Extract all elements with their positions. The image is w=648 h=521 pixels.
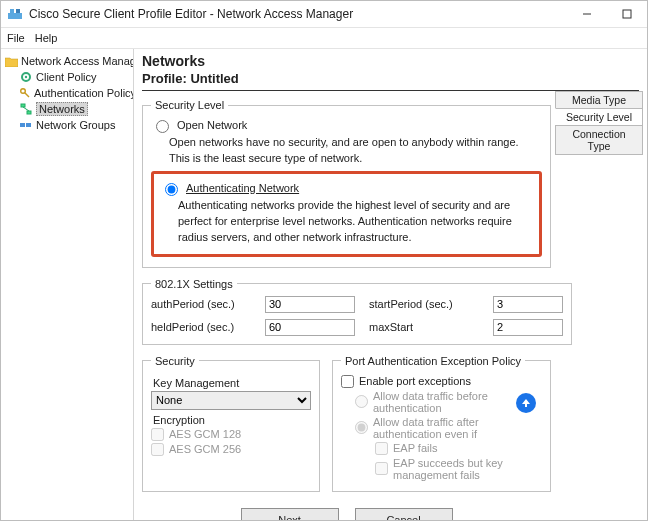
menubar: File Help <box>1 28 647 49</box>
menu-help[interactable]: Help <box>35 32 58 44</box>
tree-root[interactable]: Network Access Manager <box>3 53 133 69</box>
authperiod-input[interactable] <box>265 296 355 313</box>
maximize-button[interactable] <box>607 1 647 27</box>
keymgmt-select[interactable]: None <box>151 391 311 410</box>
security-level-group: Security Level Open Network Open network… <box>142 99 551 268</box>
next-button[interactable]: Next <box>241 508 339 520</box>
tab-media-type[interactable]: Media Type <box>555 91 643 109</box>
key-icon <box>19 86 31 100</box>
svg-rect-4 <box>623 10 631 18</box>
enc-opt-0[interactable]: AES GCM 128 <box>151 428 311 441</box>
encryption-label: Encryption <box>153 414 311 426</box>
tab-connection-type[interactable]: Connection Type <box>555 125 643 155</box>
open-network-label: Open Network <box>177 119 247 131</box>
tree-item-client-policy[interactable]: Client Policy <box>3 69 133 85</box>
eap-succeeds: EAP succeeds but key management fails <box>375 457 542 481</box>
auth-network-label: Authenticating Network <box>186 182 299 194</box>
window-title: Cisco Secure Client Profile Editor - Net… <box>29 7 567 21</box>
heldperiod-label: heldPeriod (sec.) <box>151 321 251 333</box>
window: Cisco Secure Client Profile Editor - Net… <box>0 0 648 521</box>
app-icon <box>7 6 23 22</box>
svg-line-8 <box>25 93 30 98</box>
startperiod-input[interactable] <box>493 296 563 313</box>
tree-item-network-groups[interactable]: Network Groups <box>3 117 133 133</box>
open-network-desc: Open networks have no security, and are … <box>169 135 542 167</box>
network-icon <box>19 102 33 116</box>
svg-rect-13 <box>26 123 31 127</box>
tab-security-level[interactable]: Security Level <box>555 108 643 126</box>
allow-before-auth: Allow data traffic before authentication <box>355 390 542 414</box>
security-level-legend: Security Level <box>151 99 228 111</box>
side-tabs: Media Type Security Level Connection Typ… <box>555 91 643 154</box>
allow-before-auth-radio <box>355 395 368 408</box>
footer-buttons: Next Cancel <box>142 502 551 520</box>
eap-fails: EAP fails <box>375 442 542 455</box>
svg-line-11 <box>23 107 29 111</box>
gear-icon <box>19 70 33 84</box>
maxstart-label: maxStart <box>369 321 479 333</box>
dot1x-legend: 802.1X Settings <box>151 278 237 290</box>
open-network-radio[interactable] <box>156 120 169 133</box>
enc-opt-1[interactable]: AES GCM 256 <box>151 443 311 456</box>
titlebar: Cisco Secure Client Profile Editor - Net… <box>1 1 647 28</box>
port-policy-group: Port Authentication Exception Policy Ena… <box>332 355 551 492</box>
eap-fails-checkbox <box>375 442 388 455</box>
content-pane: Networks Profile: Untitled Media Type Se… <box>134 49 647 520</box>
authperiod-label: authPeriod (sec.) <box>151 298 251 310</box>
enc-opt-0-checkbox[interactable] <box>151 428 164 441</box>
svg-point-6 <box>25 76 27 78</box>
auth-network-highlight: Authenticating Network Authenticating ne… <box>151 171 542 257</box>
svg-rect-0 <box>8 13 22 19</box>
menu-file[interactable]: File <box>7 32 25 44</box>
svg-rect-12 <box>20 123 25 127</box>
enable-port-exceptions-checkbox[interactable] <box>341 375 354 388</box>
auth-network-desc: Authenticating networks provide the high… <box>178 198 533 246</box>
svg-rect-1 <box>10 9 14 13</box>
startperiod-label: startPeriod (sec.) <box>369 298 479 310</box>
profile-title: Profile: Untitled <box>142 71 639 86</box>
auth-network-radio[interactable] <box>165 183 178 196</box>
security-legend: Security <box>151 355 199 367</box>
allow-after-auth-radio <box>355 421 368 434</box>
enable-port-exceptions[interactable]: Enable port exceptions <box>341 375 542 388</box>
tree-item-auth-policy[interactable]: Authentication Policy <box>3 85 133 101</box>
tree-item-networks[interactable]: Networks <box>3 101 133 117</box>
security-group: Security Key Management None Encryption … <box>142 355 320 492</box>
eap-succeeds-checkbox <box>375 462 388 475</box>
allow-after-auth: Allow data traffic after authentication … <box>355 416 542 440</box>
maxstart-input[interactable] <box>493 319 563 336</box>
svg-rect-9 <box>21 104 25 107</box>
dot1x-group: 802.1X Settings authPeriod (sec.) startP… <box>142 278 572 345</box>
cancel-button[interactable]: Cancel <box>355 508 453 520</box>
minimize-button[interactable] <box>567 1 607 27</box>
group-icon <box>19 118 33 132</box>
heldperiod-input[interactable] <box>265 319 355 336</box>
keymgmt-label: Key Management <box>153 377 311 389</box>
port-policy-legend: Port Authentication Exception Policy <box>341 355 525 367</box>
nav-tree: Network Access Manager Client Policy Aut… <box>1 49 134 520</box>
folder-icon <box>5 54 18 68</box>
page-title: Networks <box>142 53 639 69</box>
svg-rect-2 <box>16 9 20 13</box>
svg-rect-10 <box>27 111 31 114</box>
enc-opt-1-checkbox[interactable] <box>151 443 164 456</box>
